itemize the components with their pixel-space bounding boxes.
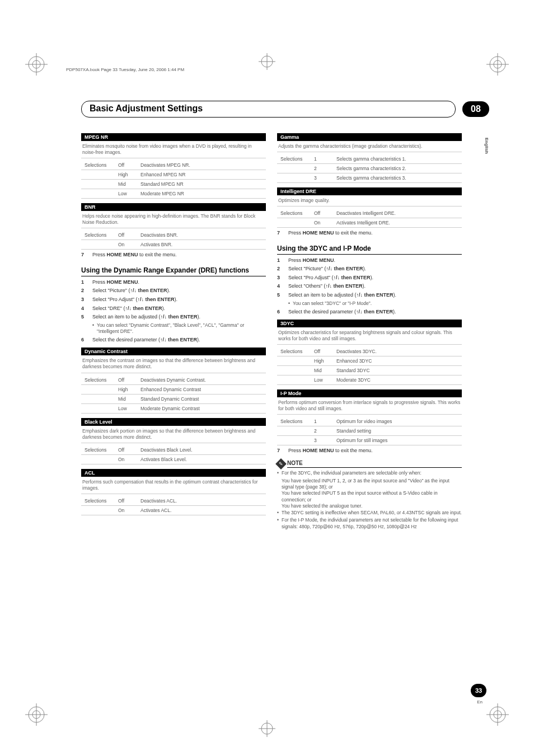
step: 4Select "Others" (↑/↓ then ENTER). bbox=[277, 283, 462, 290]
sel-value: Low bbox=[311, 375, 333, 385]
sel-value: Mid bbox=[115, 180, 137, 189]
step-text: Select the desired parameter (↑/↓ then E… bbox=[288, 308, 396, 316]
sel-value: High bbox=[115, 170, 137, 180]
step: 6Select the desired parameter (↑/↓ then … bbox=[81, 336, 266, 344]
sel-value: Low bbox=[115, 403, 137, 413]
step: 4Select "DRE" (↑/↓ then ENTER). bbox=[81, 305, 266, 312]
section-desc: Eliminates mosquito noise from video ima… bbox=[81, 143, 266, 158]
note-heading: ✎ NOTE bbox=[277, 460, 462, 468]
step: 2Select "Picture" (↑/↓ then ENTER). bbox=[81, 287, 266, 294]
section-desc: Optimizes characteristics for separating… bbox=[277, 330, 462, 345]
registration-mark-icon bbox=[486, 53, 509, 78]
sel-value: 3 bbox=[311, 436, 333, 445]
section-heading-acl: ACL bbox=[81, 469, 266, 477]
sel-label: Selections bbox=[277, 347, 311, 356]
sel-label: Selections bbox=[81, 231, 115, 240]
step-number: 7 bbox=[277, 447, 284, 454]
sel-desc: Standard setting bbox=[333, 426, 462, 436]
step-number: 5 bbox=[277, 292, 284, 299]
selections-table: SelectionsOffDeactivates BNR. OnActivate… bbox=[81, 231, 266, 250]
sel-desc: Activates BNR. bbox=[137, 240, 266, 250]
step: 1Press HOME MENU. bbox=[81, 279, 266, 286]
sel-desc: Deactivates Intelligent DRE. bbox=[333, 209, 462, 218]
step-number: 4 bbox=[277, 283, 284, 290]
sel-label: Selections bbox=[81, 445, 115, 455]
sel-desc: Activates Intelligent DRE. bbox=[333, 218, 462, 228]
sel-desc: Selects gamma characteristics 2. bbox=[333, 164, 462, 173]
fold-mark-icon bbox=[259, 720, 275, 739]
selections-table: SelectionsOffDeactivates 3DYC. HighEnhan… bbox=[277, 347, 462, 385]
sel-desc: Moderate 3DYC bbox=[333, 375, 462, 385]
step-text: Press HOME MENU. bbox=[92, 279, 139, 286]
note-icon: ✎ bbox=[275, 458, 287, 469]
step-number: 2 bbox=[277, 265, 284, 273]
selections-table: SelectionsOffDeactivates Black Level. On… bbox=[81, 445, 266, 464]
step-text: Select an item to be adjusted (↑/↓ then … bbox=[92, 313, 200, 321]
step-text: Select an item to be adjusted (↑/↓ then … bbox=[288, 292, 396, 299]
step-number: 6 bbox=[277, 308, 284, 316]
section-heading-mpeg-nr: MPEG NR bbox=[81, 133, 266, 141]
sel-value: On bbox=[115, 240, 137, 250]
page-title: Basic Adjustment Settings bbox=[81, 101, 456, 118]
sel-label: Selections bbox=[277, 417, 311, 426]
section-desc: Helps reduce noise appearing in high-def… bbox=[81, 213, 266, 228]
selections-table: SelectionsOffDeactivates MPEG NR. HighEn… bbox=[81, 161, 266, 199]
sel-value: High bbox=[115, 384, 137, 394]
step-number: 1 bbox=[277, 257, 284, 264]
step-text: Press HOME MENU to exit the menu. bbox=[288, 447, 373, 454]
registration-mark-icon bbox=[486, 703, 509, 728]
sel-desc: Deactivates 3DYC. bbox=[333, 347, 462, 356]
step: 3Select "Pro Adjust" (↑/↓ then ENTER). bbox=[81, 296, 266, 303]
sel-label: Selections bbox=[81, 161, 115, 170]
step-number: 2 bbox=[81, 287, 88, 294]
step-sub: You can select "Dynamic Contrast", "Blac… bbox=[92, 322, 266, 335]
sel-value: On bbox=[115, 505, 137, 515]
sel-desc: Deactivates ACL. bbox=[137, 496, 266, 506]
left-column: MPEG NR Eliminates mosquito noise from v… bbox=[81, 129, 266, 531]
step-text: Select the desired parameter (↑/↓ then E… bbox=[92, 336, 200, 344]
sel-value: Off bbox=[311, 209, 333, 218]
step-text: Select "DRE" (↑/↓ then ENTER). bbox=[92, 305, 165, 312]
sel-value: Off bbox=[311, 347, 333, 356]
step-text: Press HOME MENU. bbox=[288, 257, 335, 264]
note-item: The 3DYC setting is ineffective when SEC… bbox=[277, 510, 462, 516]
sel-value: Off bbox=[115, 375, 137, 385]
note-subitem: You have selected the analogue tuner. bbox=[277, 503, 462, 509]
section-desc: Emphasizes the contrast on images so tha… bbox=[81, 358, 266, 373]
section-desc: Adjusts the gamma characteristics (image… bbox=[277, 143, 462, 152]
subsection-heading-3dyc-ip: Using the 3DYC and I-P Mode bbox=[277, 245, 462, 255]
sel-value: 2 bbox=[311, 426, 333, 436]
sel-desc: Optimum for still images bbox=[333, 436, 462, 445]
section-heading-black-level: Black Level bbox=[81, 418, 266, 426]
section-heading-ip-mode: I-P Mode bbox=[277, 389, 462, 397]
step-number: 7 bbox=[81, 251, 88, 259]
fold-mark-icon bbox=[259, 53, 275, 72]
selections-table: Selections1Selects gamma characteristics… bbox=[277, 154, 462, 183]
chapter-badge: 08 bbox=[462, 101, 489, 117]
step-number: 1 bbox=[81, 279, 88, 286]
sel-desc: Standard MPEG NR bbox=[137, 180, 266, 189]
sel-desc: Deactivates MPEG NR. bbox=[137, 161, 266, 170]
step-text: Press HOME MENU to exit the menu. bbox=[288, 229, 373, 237]
selections-table: Selections1Optimum for video images 2Sta… bbox=[277, 417, 462, 445]
step: 1Press HOME MENU. bbox=[277, 257, 462, 264]
sel-value: Off bbox=[115, 496, 137, 506]
sel-desc: Deactivates BNR. bbox=[137, 231, 266, 240]
sel-value: Mid bbox=[311, 366, 333, 375]
sel-label: Selections bbox=[81, 496, 115, 506]
sel-label: Selections bbox=[81, 375, 115, 385]
sel-value: 3 bbox=[311, 173, 333, 183]
step: 7 Press HOME MENU to exit the menu. bbox=[277, 447, 462, 454]
sel-value: Mid bbox=[115, 394, 137, 403]
section-heading-3dyc: 3DYC bbox=[277, 320, 462, 327]
selections-table: SelectionsOffDeactivates Dynamic Contras… bbox=[81, 375, 266, 414]
section-heading-gamma: Gamma bbox=[277, 133, 462, 141]
sel-value: 1 bbox=[311, 417, 333, 426]
step-number: 3 bbox=[277, 274, 284, 281]
note-item: For the 3DYC, the individual parameters … bbox=[277, 470, 462, 476]
sel-desc: Moderate MPEG NR bbox=[137, 189, 266, 199]
sel-desc: Optimum for video images bbox=[333, 417, 462, 426]
step-text: Select "Pro Adjust" (↑/↓ then ENTER). bbox=[288, 274, 373, 281]
step: 2Select "Picture" (↑/↓ then ENTER). bbox=[277, 265, 462, 273]
title-region: Basic Adjustment Settings 08 bbox=[81, 101, 489, 118]
